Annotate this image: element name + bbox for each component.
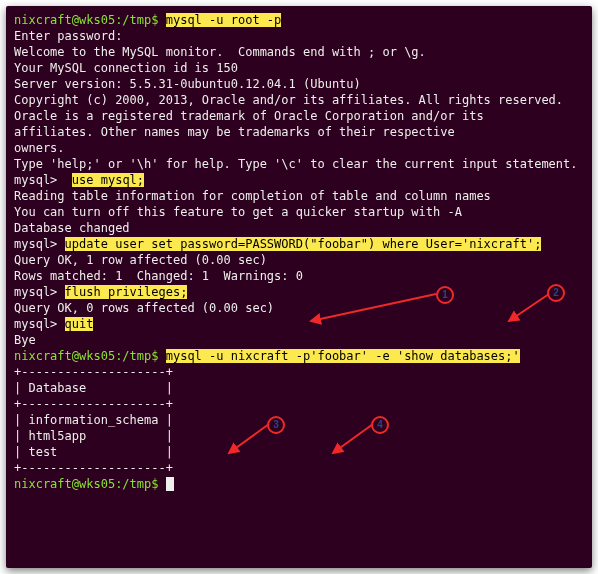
spacer	[65, 173, 72, 187]
terminal-line: nixcraft@wks05:/tmp$ mysql -u root -p	[14, 12, 584, 28]
table-row: | html5app |	[14, 428, 584, 444]
command-text: mysql -u root -p	[166, 13, 282, 27]
command-text: use mysql;	[72, 173, 144, 187]
terminal-line: Oracle is a registered trademark of Orac…	[14, 108, 584, 124]
command-text: update user set password=PASSWORD("fooba…	[65, 237, 542, 251]
terminal-line: nixcraft@wks05:/tmp$ mysql -u nixcraft -…	[14, 348, 584, 364]
shell-prompt: nixcraft@wks05:/tmp$	[14, 477, 166, 491]
terminal-line: nixcraft@wks05:/tmp$	[14, 476, 584, 492]
terminal-line: Your MySQL connection id is 150	[14, 60, 584, 76]
shell-prompt: nixcraft@wks05:/tmp$	[14, 13, 166, 27]
terminal-line: Query OK, 0 rows affected (0.00 sec)	[14, 300, 584, 316]
command-text: quit	[65, 317, 94, 331]
mysql-prompt: mysql>	[14, 285, 65, 299]
terminal-line: Bye	[14, 332, 584, 348]
mysql-prompt: mysql>	[14, 237, 65, 251]
shell-prompt: nixcraft@wks05:/tmp$	[14, 349, 166, 363]
terminal-line: Rows matched: 1 Changed: 1 Warnings: 0	[14, 268, 584, 284]
table-row: +--------------------+	[14, 460, 584, 476]
table-row: | test |	[14, 444, 584, 460]
terminal-line: mysql> flush privileges;	[14, 284, 584, 300]
terminal-line: owners.	[14, 140, 584, 156]
terminal-line: Copyright (c) 2000, 2013, Oracle and/or …	[14, 92, 584, 108]
cursor-icon	[166, 477, 174, 491]
terminal-line: affiliates. Other names may be trademark…	[14, 124, 584, 140]
table-row: +--------------------+	[14, 396, 584, 412]
terminal-line: You can turn off this feature to get a q…	[14, 204, 584, 220]
terminal-line: Enter password:	[14, 28, 584, 44]
terminal-line: Type 'help;' or '\h' for help. Type '\c'…	[14, 156, 584, 172]
terminal-line: Database changed	[14, 220, 584, 236]
command-text: flush privileges;	[65, 285, 188, 299]
command-text: mysql -u nixcraft -p'foobar' -e 'show da…	[166, 349, 520, 363]
terminal-window[interactable]: nixcraft@wks05:/tmp$ mysql -u root -p En…	[6, 6, 592, 568]
terminal-line: Query OK, 1 row affected (0.00 sec)	[14, 252, 584, 268]
table-row: | information_schema |	[14, 412, 584, 428]
terminal-line: mysql> use mysql;	[14, 172, 584, 188]
terminal-line: mysql> update user set password=PASSWORD…	[14, 236, 584, 252]
terminal-line: Welcome to the MySQL monitor. Commands e…	[14, 44, 584, 60]
mysql-prompt: mysql>	[14, 317, 65, 331]
terminal-line: Server version: 5.5.31-0ubuntu0.12.04.1 …	[14, 76, 584, 92]
table-row: +--------------------+	[14, 364, 584, 380]
table-row: | Database |	[14, 380, 584, 396]
terminal-line: mysql> quit	[14, 316, 584, 332]
mysql-prompt: mysql>	[14, 173, 65, 187]
terminal-line: Reading table information for completion…	[14, 188, 584, 204]
